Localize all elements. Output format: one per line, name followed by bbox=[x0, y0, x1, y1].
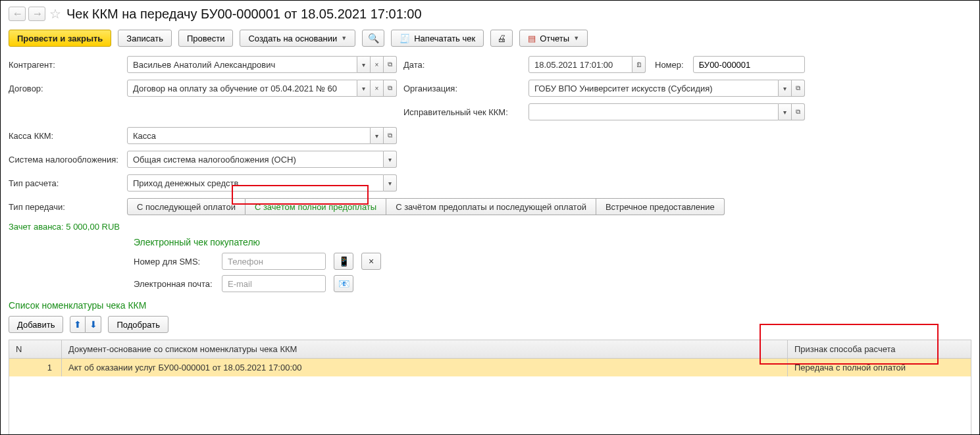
sms-label: Номер для SMS: bbox=[134, 257, 214, 267]
date-field[interactable]: 18.05.2021 17:01:00 bbox=[529, 56, 632, 73]
search-icon-button[interactable]: 🔍 bbox=[362, 30, 384, 47]
post-button[interactable]: Провести bbox=[178, 30, 234, 47]
dropdown-icon[interactable]: ▾ bbox=[779, 103, 792, 120]
col-header-doc[interactable]: Документ-основание со списком номенклату… bbox=[62, 340, 788, 358]
reports-button[interactable]: ▤ Отчеты ▼ bbox=[519, 30, 588, 47]
date-label: Дата: bbox=[403, 60, 522, 70]
col-header-sign[interactable]: Признак способа расчета bbox=[788, 340, 971, 358]
email-input[interactable] bbox=[222, 275, 326, 292]
chart-icon: ▤ bbox=[528, 34, 536, 43]
chevron-down-icon: ▼ bbox=[573, 35, 579, 41]
page-title: Чек ККМ на передачу БУ00-000001 от 18.05… bbox=[66, 7, 422, 22]
open-icon[interactable]: ⧉ bbox=[792, 103, 805, 120]
nomenclature-grid: N Документ-основание со списком номенкла… bbox=[9, 340, 971, 435]
calendar-icon[interactable]: 🗓 bbox=[632, 56, 646, 73]
organization-field[interactable]: ГОБУ ВПО Университет искусств (Субсидия) bbox=[529, 80, 779, 97]
corrective-label: Исправительный чек ККМ: bbox=[403, 107, 522, 117]
calc-type-label: Тип расчета: bbox=[9, 178, 120, 188]
cell-n: 1 bbox=[9, 359, 62, 376]
dropdown-icon[interactable]: ▾ bbox=[371, 127, 384, 144]
print-receipt-button[interactable]: 🧾 Напечатать чек bbox=[391, 30, 484, 47]
email-icon-button[interactable]: 📧 bbox=[334, 275, 353, 292]
cash-register-label: Касса ККМ: bbox=[9, 131, 120, 141]
clear-icon[interactable]: × bbox=[371, 80, 384, 97]
contract-field[interactable]: Договор на оплату за обучение от 05.04.2… bbox=[127, 80, 357, 97]
contract-label: Договор: bbox=[9, 84, 120, 93]
echeck-section-title: Электронный чек покупателю bbox=[134, 237, 971, 247]
pick-button[interactable]: Подобрать bbox=[108, 316, 168, 333]
save-button[interactable]: Записать bbox=[118, 30, 172, 47]
nav-forward-button[interactable]: 🡒 bbox=[28, 7, 45, 21]
advance-note: Зачет аванса: 5 000,00 RUB bbox=[9, 222, 971, 232]
organization-label: Организация: bbox=[403, 84, 522, 93]
dropdown-icon[interactable]: ▾ bbox=[384, 174, 397, 192]
move-down-button[interactable]: ⬇ bbox=[86, 316, 101, 333]
chevron-down-icon: ▼ bbox=[341, 35, 347, 41]
cell-sign: Передача с полной оплатой bbox=[788, 359, 971, 376]
add-button[interactable]: Добавить bbox=[9, 316, 63, 333]
dropdown-icon[interactable]: ▾ bbox=[384, 151, 397, 168]
transfer-type-label: Тип передачи: bbox=[9, 202, 120, 212]
nav-back-button[interactable]: 🡐 bbox=[9, 7, 26, 21]
post-and-close-button[interactable]: Провести и закрыть bbox=[9, 30, 111, 47]
transfer-type-option-2[interactable]: С зачётом полной предоплаты bbox=[245, 198, 386, 215]
open-icon[interactable]: ⧉ bbox=[384, 80, 397, 97]
cell-doc: Акт об оказании услуг БУ00-000001 от 18.… bbox=[62, 359, 788, 376]
reports-label: Отчеты bbox=[540, 34, 569, 43]
table-row[interactable]: 1 Акт об оказании услуг БУ00-000001 от 1… bbox=[9, 359, 971, 376]
cash-register-field[interactable]: Касса bbox=[127, 127, 371, 144]
open-icon[interactable]: ⧉ bbox=[384, 56, 397, 73]
email-label: Электронная почта: bbox=[134, 279, 214, 289]
counterparty-field[interactable]: Васильев Анатолий Александрович bbox=[127, 56, 357, 73]
corrective-field[interactable] bbox=[529, 103, 779, 120]
sms-input[interactable] bbox=[222, 253, 326, 270]
counterparty-label: Контрагент: bbox=[9, 60, 120, 70]
nomenclature-list-title: Список номенклатуры чека ККМ bbox=[9, 300, 971, 311]
transfer-type-toggle-group: С последующей оплатой С зачётом полной п… bbox=[127, 198, 725, 215]
tax-system-field[interactable]: Общая система налогообложения (ОСН) bbox=[127, 151, 384, 168]
number-field[interactable] bbox=[693, 56, 805, 73]
move-up-button[interactable]: ⬆ bbox=[70, 316, 86, 333]
dropdown-icon[interactable]: ▾ bbox=[357, 80, 371, 97]
clear-icon[interactable]: × bbox=[371, 56, 384, 73]
transfer-type-option-3[interactable]: С зачётом предоплаты и последующей оплат… bbox=[386, 198, 596, 215]
transfer-type-option-4[interactable]: Встречное предоставление bbox=[596, 198, 725, 215]
number-label: Номер: bbox=[655, 60, 684, 70]
create-based-on-button[interactable]: Создать на основании ▼ bbox=[240, 30, 355, 47]
clear-sms-button[interactable]: × bbox=[361, 253, 381, 270]
favorite-star-icon[interactable]: ☆ bbox=[49, 6, 61, 22]
dropdown-icon[interactable]: ▾ bbox=[357, 56, 371, 73]
tax-system-label: Система налогообложения: bbox=[9, 155, 120, 165]
open-icon[interactable]: ⧉ bbox=[792, 80, 805, 97]
transfer-type-option-1[interactable]: С последующей оплатой bbox=[127, 198, 245, 215]
dropdown-icon[interactable]: ▾ bbox=[779, 80, 792, 97]
phone-icon-button[interactable]: 📱 bbox=[334, 253, 353, 270]
open-icon[interactable]: ⧉ bbox=[384, 127, 397, 144]
print-receipt-label: Напечатать чек bbox=[414, 34, 475, 43]
calc-type-field[interactable]: Приход денежных средств bbox=[127, 174, 384, 192]
col-header-n[interactable]: N bbox=[9, 340, 62, 358]
create-based-on-label: Создать на основании bbox=[248, 34, 337, 43]
print-icon-button[interactable]: 🖨 bbox=[490, 30, 513, 47]
receipt-icon: 🧾 bbox=[400, 34, 410, 43]
